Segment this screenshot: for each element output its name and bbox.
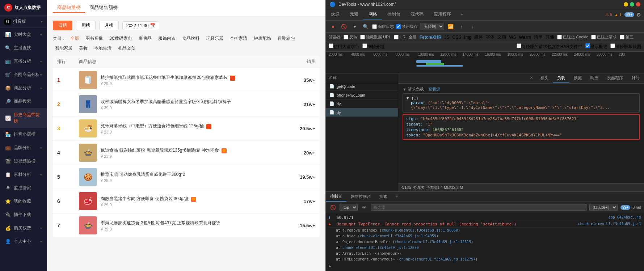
stack-link[interactable]: chunk-elementUI.f3c41a69.js:1:94959 xyxy=(360,234,436,238)
sidebar-item-brand[interactable]: 💼 品牌分析 ▾ xyxy=(0,141,47,154)
console-source-link[interactable]: app.6424b9c3.js xyxy=(609,215,641,220)
blocked-cookie-checkbox[interactable]: 已阻止 Cookie xyxy=(557,34,588,40)
expand-triangle[interactable]: ▼ xyxy=(403,87,407,92)
req-tab-timing[interactable]: 计时 xyxy=(627,73,644,83)
stack-link[interactable]: chunk-elementUI.f3c41a69.js:1:12797 xyxy=(399,257,476,261)
maximize-button[interactable] xyxy=(630,2,634,7)
bottom-tab-network-console[interactable]: 网络控制台 xyxy=(346,192,375,201)
req-tab-initiator[interactable]: 发起程序 xyxy=(603,73,627,83)
large-rows-checkbox[interactable]: 使用大请求行 xyxy=(329,43,359,50)
table-row[interactable]: 1 🧻 植护抽纸抽取式面巾纸压花餐巾纸卫生纸加厚90抽20包整箱家庭装 🔴 ¥ … xyxy=(53,68,320,92)
close-panel-button[interactable]: ✕ xyxy=(527,73,536,83)
category-watch[interactable]: 钟表配饰 xyxy=(252,35,273,42)
minimize-button[interactable] xyxy=(624,2,628,7)
category-luxury[interactable]: 奢侈品 xyxy=(136,35,154,42)
stop-button[interactable]: 🚫 xyxy=(340,22,348,31)
sidebar-item-monitor[interactable]: 👁 监控管家 xyxy=(0,181,47,195)
group-frame-checkbox[interactable]: 按帧分组 xyxy=(362,43,384,50)
dt-tab-elements[interactable]: 元素 xyxy=(345,9,363,20)
network-item-getqrcode[interactable]: 📄 getQrcode xyxy=(326,82,398,91)
sidebar-item-purchase[interactable]: 💰 购买权费 ▾ xyxy=(0,221,47,235)
ws-filter[interactable]: WS xyxy=(509,35,516,40)
sidebar-item-history[interactable]: 📈 历史商品带货榜 xyxy=(0,108,47,128)
console-clear-button[interactable]: 🚫 xyxy=(329,203,337,212)
sidebar-item-tiktokshop[interactable]: 🏪 抖音小店榜 xyxy=(0,128,47,141)
console-context-select[interactable]: top xyxy=(340,204,358,211)
tab-sales-amount[interactable]: 商品销售额榜 xyxy=(85,3,122,13)
doc-filter[interactable]: 文档 xyxy=(497,34,506,40)
hide-data-checkbox[interactable]: 隐藏数据 URL xyxy=(360,34,391,40)
platform-selector[interactable]: 抖 抖音版 ▾ xyxy=(0,16,47,28)
table-row[interactable]: 4 🍲 豫道食品 甄选纯红薯粉 黑金版酸辣粉135g*6桶装/箱 冲泡即食 🟠 … xyxy=(53,141,320,165)
view-source-link[interactable]: 查看源 xyxy=(428,86,440,92)
period-month-button[interactable]: 月榜 xyxy=(99,21,119,30)
record-button[interactable]: ● xyxy=(329,22,337,31)
wifi-icon[interactable]: 📶 xyxy=(446,22,455,31)
sidebar-item-live[interactable]: 📺 直播分析 ▾ xyxy=(0,55,47,68)
console-expand-more[interactable]: ▶ xyxy=(329,262,641,270)
category-local[interactable]: 本地生活 xyxy=(92,45,114,52)
media-filter[interactable]: 媒体 xyxy=(474,34,483,40)
req-tab-preview[interactable]: 预览 xyxy=(569,73,586,83)
dt-tab-add[interactable]: ＋ xyxy=(456,9,468,20)
bottom-tab-search[interactable]: 搜索 xyxy=(375,192,392,201)
other-filter[interactable]: 其他 xyxy=(546,34,554,40)
console-level-select[interactable]: 默认级别 xyxy=(589,204,618,211)
table-row[interactable]: 3 🍜 苑禾麻薯米线（中泡型）方便速食特色细米线 125g/桶 🔴 ¥ 23.9… xyxy=(53,117,320,141)
overview-checkbox[interactable]: 显示概述 xyxy=(585,43,607,50)
stack-link[interactable]: chunk-elementUI.f3c41a69.js:1:96060 xyxy=(382,228,458,232)
period-day-button[interactable]: 日榜 xyxy=(53,21,72,30)
sidebar-item-product[interactable]: 📦 商品分析 ▾ xyxy=(0,81,47,95)
bottom-tab-add[interactable]: ＋ xyxy=(392,192,402,202)
category-books[interactable]: 图书音像 xyxy=(83,35,105,42)
invert-checkbox[interactable]: 反转 xyxy=(344,34,357,40)
category-clothing[interactable]: 服饰内衣 xyxy=(156,35,178,42)
download-icon[interactable]: ↓ xyxy=(468,22,477,31)
img-filter[interactable]: Img xyxy=(464,35,471,40)
category-toys[interactable]: 玩具乐器 xyxy=(204,35,226,42)
req-tab-payload[interactable]: 负载 xyxy=(553,73,569,83)
sidebar-item-shortvideo[interactable]: 🎬 短视频热榜 xyxy=(0,154,47,168)
category-gift[interactable]: 礼品文创 xyxy=(116,45,138,52)
fetch-xhr-filter[interactable]: Fetch/XHR xyxy=(420,35,442,40)
filter-toggle[interactable]: ▾ xyxy=(350,22,359,31)
wait-har-checkbox[interactable]: 待处理的请求包含在HAR文件中 xyxy=(517,43,582,50)
expand-more-icon[interactable]: ▶ xyxy=(329,264,331,268)
font-filter[interactable]: 字体 xyxy=(486,34,494,40)
dt-tab-network[interactable]: 网络 xyxy=(363,9,382,20)
sidebar-item-plugin[interactable]: 🔌 插件下载 xyxy=(0,208,47,221)
stack-link[interactable]: chunk-elementUI.f3c41a69.js:1:12619 xyxy=(395,240,471,244)
network-item-dy1[interactable]: 📄 dy xyxy=(326,99,398,108)
wasm-filter[interactable]: Wasm xyxy=(519,35,531,40)
settings-icon[interactable]: ⚙ xyxy=(636,12,641,18)
search-button[interactable]: 🔍 xyxy=(361,22,370,31)
category-food[interactable]: 食品饮料 xyxy=(180,35,202,42)
sidebar-item-collection[interactable]: ⭐ 我的收藏 xyxy=(0,195,47,208)
table-row[interactable]: 5 🍪 推荐 初青运动健身乳清蛋白威化饼干360g*2 ¥ 39.9 19.5w… xyxy=(53,165,320,189)
error-expand-icon[interactable]: ▶ xyxy=(329,222,334,226)
css-filter[interactable]: CSS xyxy=(452,35,461,40)
table-row[interactable]: 2 👖 欧棉绒满腿裤女秋冬季加绒高腰垂感直筒显瘦窄版休闲拖地针织裤子 ¥ 39.… xyxy=(53,92,320,117)
console-eye-button[interactable]: 👁 xyxy=(360,203,369,212)
category-shoes[interactable]: 鞋靴箱包 xyxy=(275,35,297,42)
dt-tab-sources[interactable]: 源代码 xyxy=(405,9,429,20)
expand-triangle[interactable]: ▼ xyxy=(407,96,409,101)
network-item-phonepwd[interactable]: 📄 phonePwdLogin xyxy=(326,91,398,99)
sidebar-item-material[interactable]: 📋 素材分析 ▾ xyxy=(0,168,47,181)
upload-icon[interactable]: ↑ xyxy=(457,22,466,31)
network-item-dy2[interactable]: 📄 dy xyxy=(326,108,398,117)
category-smarthome[interactable]: 智能家居 xyxy=(53,45,75,52)
category-3c[interactable]: 3C数码家电 xyxy=(107,35,134,42)
url-checkbox[interactable]: URL 全部 xyxy=(394,34,417,40)
close-button[interactable] xyxy=(636,2,640,7)
dt-tab-welcome[interactable]: 欢迎 xyxy=(326,9,345,20)
category-personal[interactable]: 个护家清 xyxy=(228,35,249,42)
dt-tab-application[interactable]: 应用程序 xyxy=(429,9,456,20)
js-filter[interactable]: JS xyxy=(444,35,449,40)
disable-cache-checkbox[interactable]: 禁用缓存 xyxy=(396,24,418,29)
category-beauty[interactable]: 美妆 xyxy=(77,45,90,52)
tab-sales-rank[interactable]: 商品销量榜 xyxy=(53,3,85,13)
manifest-filter[interactable]: 清单 xyxy=(534,34,543,40)
table-row[interactable]: 6 🥩 肉散当黑猪牛客肉 方便即食 便携袋装 300g/盒 🟠 ¥ 29.9 1… xyxy=(53,189,320,213)
sidebar-item-anchor[interactable]: 🔍 主播查找 xyxy=(0,41,47,55)
